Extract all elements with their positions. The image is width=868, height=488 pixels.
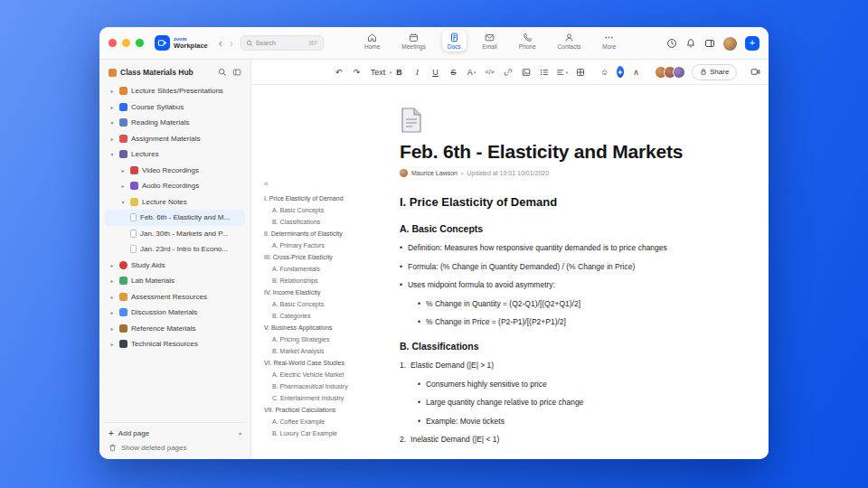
tab-more[interactable]: More bbox=[597, 30, 621, 52]
image-icon[interactable] bbox=[520, 64, 532, 80]
chevron-right-icon[interactable]: ▸ bbox=[108, 309, 116, 315]
toc-item[interactable]: B. Relationships bbox=[264, 275, 389, 286]
link-icon[interactable] bbox=[502, 64, 514, 80]
chevron-right-icon[interactable]: ▸ bbox=[108, 325, 116, 332]
ai-companion-icon[interactable] bbox=[617, 66, 624, 78]
global-search-input[interactable]: Search ⌘F bbox=[241, 35, 324, 51]
text-color-button[interactable]: A▾ bbox=[466, 64, 477, 80]
collapse-toolbar-icon[interactable]: ∧ bbox=[630, 64, 642, 80]
side-panel-icon[interactable] bbox=[704, 38, 715, 49]
tab-contacts[interactable]: Contacts bbox=[552, 30, 587, 52]
code-button[interactable]: </> bbox=[484, 64, 495, 80]
nav-back-button[interactable]: ‹ bbox=[219, 37, 222, 50]
tab-phone[interactable]: Phone bbox=[514, 30, 542, 52]
sidebar-item-reference-materials[interactable]: ▸ Reference Materials bbox=[105, 321, 245, 337]
numbered-item[interactable]: 2.Inelastic Demand (|E| < 1) bbox=[400, 435, 732, 444]
chevron-right-icon[interactable]: ▸ bbox=[119, 183, 127, 189]
tab-docs[interactable]: Docs bbox=[442, 30, 467, 52]
toc-item[interactable]: B. Pharmaceutical Industry bbox=[264, 380, 389, 392]
toc-item[interactable]: VI. Real-World Case Studies bbox=[264, 357, 389, 369]
chevron-right-icon[interactable]: ▸ bbox=[108, 136, 116, 142]
document-title[interactable]: Feb. 6th - Elasticity and Markets bbox=[400, 141, 732, 163]
sidebar-item-lab-materials[interactable]: ▸ Lab Materials bbox=[105, 273, 245, 289]
chevron-down-icon[interactable]: ▾ bbox=[108, 119, 116, 126]
sidebar-item-lecture-notes[interactable]: ▾ Lecture Notes bbox=[105, 194, 245, 211]
share-button[interactable]: Share bbox=[692, 64, 737, 80]
user-avatar[interactable] bbox=[723, 37, 737, 51]
toc-item[interactable]: A. Basic Concepts bbox=[264, 204, 389, 216]
subsection-heading[interactable]: A. Basic Concepts bbox=[400, 223, 732, 234]
toc-item[interactable]: B. Categories bbox=[264, 310, 389, 322]
toc-item[interactable]: A. Pricing Strategies bbox=[264, 333, 389, 345]
table-icon[interactable] bbox=[574, 64, 586, 80]
bullet-item[interactable]: •Formula: (% Change in Quantity Demanded… bbox=[400, 262, 732, 271]
tab-email[interactable]: Email bbox=[477, 30, 503, 52]
sidebar-item-audio-recordings[interactable]: ▸ Audio Recordings bbox=[105, 178, 245, 194]
emoji-icon[interactable]: ☺ bbox=[599, 64, 610, 80]
sidebar-collapse-icon[interactable] bbox=[232, 68, 241, 77]
chevron-right-icon[interactable]: ▸ bbox=[119, 167, 127, 174]
numbered-item[interactable]: 1.Elastic Demand (|E| > 1) bbox=[400, 361, 732, 370]
collaborator-avatars[interactable] bbox=[655, 66, 685, 79]
sub-bullet-item[interactable]: •Example: Movie tickets bbox=[418, 417, 732, 426]
tab-meetings[interactable]: Meetings bbox=[396, 30, 430, 52]
collaborator-avatar[interactable] bbox=[673, 66, 685, 79]
toc-item[interactable]: IV. Income Elasticity bbox=[264, 286, 389, 298]
sidebar-item-lectures[interactable]: ▾ Lectures bbox=[105, 146, 245, 163]
bulleted-list-icon[interactable] bbox=[538, 64, 550, 80]
sidebar-item-jan-23rd-note[interactable]: Jan. 23rd - Intro to Econo... bbox=[105, 241, 245, 258]
sidebar-search-icon[interactable] bbox=[218, 68, 227, 77]
toc-item[interactable]: B. Classifications bbox=[264, 216, 389, 228]
bold-button[interactable]: B bbox=[393, 64, 405, 80]
toc-item[interactable]: A. Electric Vehicle Market bbox=[264, 369, 389, 380]
toc-item[interactable]: II. Determinants of Elasticity bbox=[264, 228, 389, 239]
history-clock-icon[interactable] bbox=[666, 38, 677, 49]
chevron-down-icon[interactable]: ▾ bbox=[108, 151, 116, 157]
toc-item[interactable]: VII. Practical Calculations bbox=[264, 404, 389, 416]
tab-home[interactable]: Home bbox=[359, 30, 385, 52]
toc-item[interactable]: B. Market Analysis bbox=[264, 345, 389, 357]
document-body[interactable]: Feb. 6th - Elasticity and Markets Mauric… bbox=[394, 85, 769, 459]
sidebar-item-course-syllabus[interactable]: ▸ Course Syllabus bbox=[105, 99, 245, 116]
sidebar-item-video-recordings[interactable]: ▸ Video Recordings bbox=[105, 163, 245, 179]
chevron-right-icon[interactable]: ▸ bbox=[108, 104, 116, 110]
toc-item[interactable]: B. Luxury Car Example bbox=[264, 427, 389, 439]
align-dropdown-icon[interactable]: ▾ bbox=[556, 64, 568, 80]
sidebar-item-study-aids[interactable]: ▸ Study Aids bbox=[105, 258, 245, 274]
sub-bullet-item[interactable]: •% Change in Quantity = (Q2-Q1)/[(Q2+Q1)… bbox=[418, 299, 732, 308]
chevron-down-icon[interactable]: ▾ bbox=[119, 199, 127, 205]
sidebar-item-jan-30th-note[interactable]: Jan. 30th - Markets and P... bbox=[105, 226, 245, 242]
sidebar-item-technical-resources[interactable]: ▸ Technical Resources bbox=[105, 336, 245, 352]
toc-item[interactable]: I. Price Elasticity of Demand bbox=[264, 192, 389, 204]
subsection-heading[interactable]: B. Classifications bbox=[400, 341, 732, 352]
underline-button[interactable]: U bbox=[429, 64, 441, 80]
italic-button[interactable]: I bbox=[411, 64, 423, 80]
sidebar-item-feb-6th-note[interactable]: Feb. 6th - Elasticity and M... bbox=[105, 210, 245, 226]
bullet-item[interactable]: •Definition: Measures how responsive qua… bbox=[400, 243, 732, 252]
chevron-right-icon[interactable]: ▸ bbox=[108, 294, 116, 300]
sidebar-item-reading-materials[interactable]: ▾ Reading Materials bbox=[105, 115, 245, 131]
toc-item[interactable]: III. Cross-Price Elasticity bbox=[264, 251, 389, 263]
chevron-right-icon[interactable]: ▸ bbox=[108, 341, 116, 347]
chevron-right-icon[interactable]: ▸ bbox=[108, 88, 116, 94]
undo-button[interactable]: ↶ bbox=[333, 64, 344, 80]
zoom-window-button[interactable] bbox=[136, 39, 144, 47]
chevron-right-icon[interactable]: ▸ bbox=[108, 262, 116, 268]
section-heading[interactable]: I. Price Elasticity of Demand bbox=[400, 195, 732, 209]
sub-bullet-item[interactable]: •Large quantity change relative to price… bbox=[418, 398, 732, 407]
add-page-button[interactable]: + Add page ▾ bbox=[105, 428, 245, 438]
toc-item[interactable]: C. Entertainment Industry bbox=[264, 392, 389, 404]
toc-item[interactable]: A. Coffee Example bbox=[264, 416, 389, 427]
strikethrough-button[interactable]: S bbox=[448, 64, 459, 80]
toc-item[interactable]: A. Basic Concepts bbox=[264, 298, 389, 310]
nav-forward-button[interactable]: › bbox=[230, 37, 233, 50]
toc-item[interactable]: V. Business Applications bbox=[264, 322, 389, 333]
notifications-bell-icon[interactable] bbox=[685, 38, 696, 49]
sidebar-item-assessment-resources[interactable]: ▸ Assessment Resources bbox=[105, 289, 245, 305]
new-plus-button[interactable]: + bbox=[745, 36, 760, 51]
sub-bullet-item[interactable]: •Consumers highly sensitive to price bbox=[418, 380, 732, 389]
sidebar-item-lecture-slides[interactable]: ▸ Lecture Slides/Presentations bbox=[105, 83, 245, 99]
bullet-item[interactable]: •Uses midpoint formula to avoid asymmetr… bbox=[400, 280, 732, 289]
show-deleted-pages-button[interactable]: Show deleted pages bbox=[105, 444, 245, 452]
chevron-right-icon[interactable]: ▸ bbox=[108, 277, 116, 284]
